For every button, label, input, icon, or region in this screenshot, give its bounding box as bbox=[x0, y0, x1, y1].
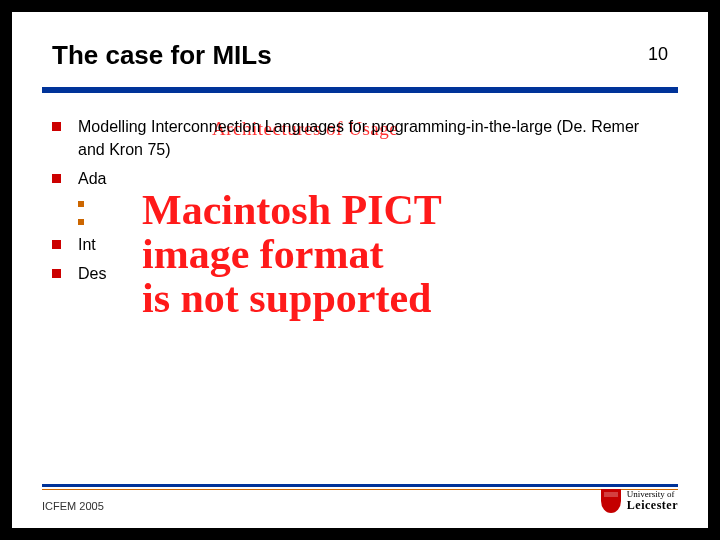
bullet-text: Ada bbox=[78, 170, 106, 187]
crest-icon bbox=[601, 489, 621, 513]
university-logo: University of Leicester bbox=[601, 488, 678, 514]
slide-header: The case for MILs 10 bbox=[12, 12, 708, 79]
pict-error-overlay: Macintosh PICT image format is not suppo… bbox=[142, 188, 582, 320]
slide-title: The case for MILs bbox=[52, 40, 272, 71]
slide-content: Architectures of Usage Modelling Interco… bbox=[12, 93, 708, 285]
conference-name: ICFEM 2005 bbox=[42, 500, 104, 512]
slide-footer: ICFEM 2005 University of Leicester bbox=[42, 484, 678, 514]
pict-error-line: image format bbox=[142, 232, 582, 276]
university-name: University of Leicester bbox=[627, 490, 678, 512]
footer-rule-thin bbox=[42, 489, 678, 490]
slide: The case for MILs 10 Architectures of Us… bbox=[12, 12, 708, 528]
bullet-text: Modelling Interconnection Languages for … bbox=[78, 118, 639, 158]
pict-error-line: is not supported bbox=[142, 276, 582, 320]
page-number: 10 bbox=[648, 44, 668, 65]
footer-rule-thick bbox=[42, 484, 678, 487]
bullet-text: Int bbox=[78, 236, 96, 253]
pict-error-line: Macintosh PICT bbox=[142, 188, 582, 232]
university-line2: Leicester bbox=[627, 499, 678, 512]
bullet-text: Des bbox=[78, 265, 106, 282]
list-item: Modelling Interconnection Languages for … bbox=[52, 115, 668, 161]
